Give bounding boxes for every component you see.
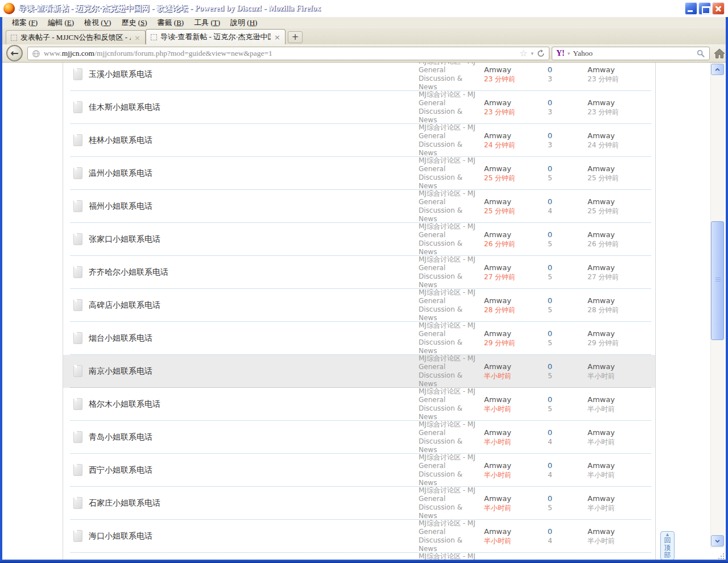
menu-item[interactable]: 檔案F	[7, 17, 43, 28]
menu-item[interactable]: 書籤B	[152, 17, 189, 28]
url-dropdown-icon[interactable]: ▾	[531, 51, 533, 56]
lastpost-author-link[interactable]: Amway	[588, 98, 653, 107]
menu-item[interactable]: 說明H	[225, 17, 262, 28]
author-link[interactable]: Amway	[484, 329, 536, 338]
forum-link[interactable]: MJ综合讨论区 - MJ General Discussion & News	[419, 288, 483, 322]
forum-link[interactable]: MJ综合讨论区 - MJ General Discussion & News	[419, 156, 483, 191]
author-link[interactable]: Amway	[484, 230, 536, 239]
tab-close-icon[interactable]: ×	[134, 35, 140, 41]
author-link[interactable]: Amway	[484, 197, 536, 206]
search-engine-dropdown-icon[interactable]: ▾	[568, 51, 570, 56]
back-to-top-button[interactable]: ▲ 回顶部	[660, 531, 675, 560]
author-link[interactable]: Amway	[484, 428, 536, 437]
lastpost-author-link[interactable]: Amway	[588, 395, 653, 404]
forum-link[interactable]: MJ综合讨论区 - MJ General Discussion & News	[419, 321, 483, 355]
menu-item[interactable]: 工具T	[189, 17, 225, 28]
thread-title-link[interactable]: 格尔木小姐联系电话	[89, 399, 160, 409]
lastpost-author-link[interactable]: Amway	[588, 296, 653, 305]
author-link[interactable]: Amway	[484, 362, 536, 371]
thread-title-link[interactable]: 齐齐哈尔小姐联系电话	[89, 267, 168, 278]
lastpost-author-link[interactable]: Amway	[588, 197, 653, 206]
forum-link[interactable]: MJ综合讨论区 - MJ General Discussion & News	[419, 420, 483, 454]
view-count: 3	[537, 140, 563, 150]
thread-title-link[interactable]: 海口小姐联系电话	[89, 531, 152, 541]
thread-title-link[interactable]: 福州小姐联系电话	[89, 201, 152, 212]
search-icon[interactable]	[697, 49, 705, 58]
forum-link[interactable]: MJ综合讨论区 - MJ General Discussion & News	[419, 552, 483, 560]
minimize-button[interactable]	[685, 2, 697, 15]
window-resize-grip[interactable]	[717, 552, 725, 560]
bookmark-star-icon[interactable]: ☆	[519, 49, 527, 58]
lastpost-cell: Amway 27 分钟前	[588, 263, 653, 282]
view-count: 4	[537, 206, 563, 216]
tab-new-posts[interactable]: 导读-查看新帖 - 迈克尔·杰克逊中国··· ×	[146, 29, 286, 44]
lastpost-cell: Amway 半小时前	[588, 527, 653, 546]
thread-title-link[interactable]: 张家口小姐联系电话	[89, 234, 160, 245]
forum-link[interactable]: MJ综合讨论区 - MJ General Discussion & News	[419, 354, 483, 388]
lastpost-author-link[interactable]: Amway	[588, 131, 653, 140]
author-cell: Amway 25 分钟前	[484, 164, 536, 183]
forum-link[interactable]: MJ综合讨论区 - MJ General Discussion & News	[419, 519, 483, 553]
author-link[interactable]: Amway	[484, 494, 536, 503]
thread-title-link[interactable]: 温州小姐联系电话	[89, 168, 152, 179]
author-link[interactable]: Amway	[484, 395, 536, 404]
close-button[interactable]	[712, 2, 725, 15]
forum-link[interactable]: MJ综合讨论区 - MJ General Discussion & News	[419, 123, 483, 158]
author-link[interactable]: Amway	[484, 263, 536, 272]
thread-title-link[interactable]: 玉溪小姐联系电话	[89, 69, 152, 80]
author-link[interactable]: Amway	[484, 98, 536, 107]
lastpost-author-link[interactable]: Amway	[588, 263, 653, 272]
thread-title-link[interactable]: 石家庄小姐联系电话	[89, 498, 160, 508]
author-link[interactable]: Amway	[484, 131, 536, 140]
reload-icon[interactable]	[537, 49, 545, 57]
lastpost-author-link[interactable]: Amway	[588, 428, 653, 437]
author-link[interactable]: Amway	[484, 164, 536, 173]
lastpost-author-link[interactable]: Amway	[588, 494, 653, 503]
author-link[interactable]: Amway	[484, 461, 536, 470]
author-cell: Amway 28 分钟前	[484, 296, 536, 315]
search-bar[interactable]: Y! ▾ Yahoo	[552, 47, 710, 60]
scrollbar-down-button[interactable]	[711, 535, 724, 547]
forum-link[interactable]: MJ综合讨论区 - MJ General Discussion & News	[419, 453, 483, 487]
forum-link[interactable]: MJ综合讨论区 - MJ General Discussion & News	[419, 189, 483, 223]
menu-item[interactable]: 歷史S	[116, 17, 152, 28]
author-link[interactable]: Amway	[484, 296, 536, 305]
thread-title-link[interactable]: 青岛小姐联系电话	[89, 432, 152, 442]
view-count: 3	[537, 74, 563, 84]
thread-title-link[interactable]: 南京小姐联系电话	[89, 366, 152, 376]
forum-link[interactable]: MJ综合讨论区 - MJ General Discussion & News	[419, 63, 483, 92]
stats-cell: 0 4	[537, 461, 563, 480]
lastpost-author-link[interactable]: Amway	[588, 362, 653, 371]
lastpost-time: 28 分钟前	[588, 305, 653, 315]
thread-title-link[interactable]: 高碑店小姐联系电话	[89, 300, 160, 311]
lastpost-author-link[interactable]: Amway	[588, 230, 653, 239]
forum-link[interactable]: MJ综合讨论区 - MJ General Discussion & News	[419, 255, 483, 289]
thread-title-link[interactable]: 佳木斯小姐联系电话	[89, 102, 160, 113]
home-button[interactable]	[712, 47, 727, 60]
thread-document-icon	[73, 299, 82, 311]
lastpost-author-link[interactable]: Amway	[588, 527, 653, 536]
forum-link[interactable]: MJ综合讨论区 - MJ General Discussion & News	[419, 222, 483, 256]
thread-title-link[interactable]: 烟台小姐联系电话	[89, 333, 152, 343]
menu-item[interactable]: 編輯E	[43, 17, 79, 28]
thread-title-link[interactable]: 西宁小姐联系电话	[89, 465, 152, 475]
menu-item[interactable]: 檢視V	[79, 17, 116, 28]
forum-link[interactable]: MJ综合讨论区 - MJ General Discussion & News	[419, 387, 483, 421]
forum-link[interactable]: MJ综合讨论区 - MJ General Discussion & News	[419, 90, 483, 125]
scrollbar-up-button[interactable]	[711, 64, 724, 75]
back-button[interactable]: ←	[6, 45, 23, 61]
maximize-button[interactable]	[698, 2, 711, 15]
author-link[interactable]: Amway	[484, 527, 536, 536]
lastpost-author-link[interactable]: Amway	[588, 65, 653, 74]
tab-post-thread[interactable]: 发表帖子 - MJJCN公告和反馈区 - Ann··· ×	[6, 30, 146, 44]
tab-close-icon[interactable]: ×	[274, 34, 280, 40]
address-bar[interactable]: www.mjjcn.com/mjjcnforum/forum.php?mod=g…	[27, 47, 549, 60]
lastpost-author-link[interactable]: Amway	[588, 164, 653, 173]
author-link[interactable]: Amway	[484, 65, 536, 74]
lastpost-author-link[interactable]: Amway	[588, 329, 653, 338]
scrollbar-thumb[interactable]	[711, 221, 724, 340]
lastpost-author-link[interactable]: Amway	[588, 461, 653, 470]
thread-title-link[interactable]: 桂林小姐联系电话	[89, 135, 152, 146]
forum-link[interactable]: MJ综合讨论区 - MJ General Discussion & News	[419, 486, 483, 520]
new-tab-button[interactable]: +	[288, 31, 303, 43]
